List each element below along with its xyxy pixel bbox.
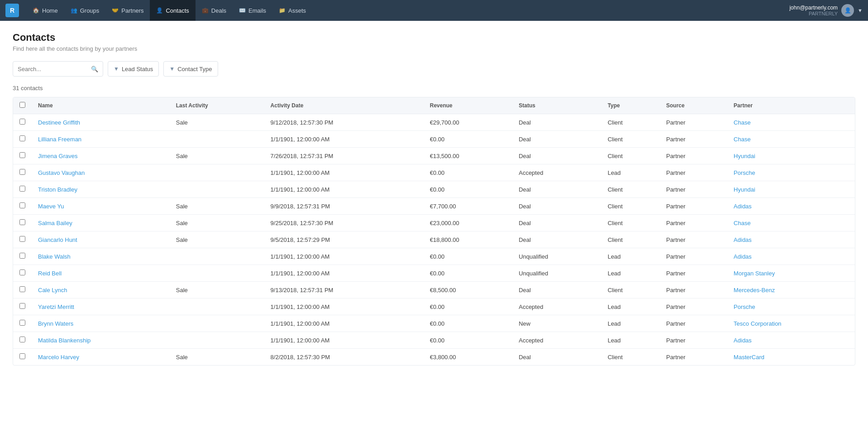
contact-name-link[interactable]: Triston Bradley — [38, 186, 77, 193]
row-checkbox[interactable] — [19, 119, 25, 125]
partner-link[interactable]: Chase — [734, 136, 751, 143]
row-source: Partner — [660, 114, 727, 131]
contact-name-link[interactable]: Destinee Griffith — [38, 119, 80, 126]
contact-name-link[interactable]: Giancarlo Hunt — [38, 236, 77, 243]
contact-type-filter[interactable]: ▼ Contact Type — [163, 61, 218, 77]
contacts-icon: 👤 — [156, 7, 163, 14]
partner-link[interactable]: Morgan Stanley — [734, 270, 775, 277]
table-wrapper[interactable]: Name Last Activity Activity Date Revenue… — [13, 97, 855, 365]
row-revenue: €0.00 — [424, 248, 513, 265]
contact-name-link[interactable]: Jimena Graves — [38, 153, 77, 159]
row-name: Brynn Waters — [32, 315, 170, 332]
row-revenue: €13,500.00 — [424, 148, 513, 164]
row-checkbox[interactable] — [19, 236, 25, 242]
partner-link[interactable]: Chase — [734, 119, 751, 126]
table-row: Salma Bailey Sale 9/25/2018, 12:57:30 PM… — [13, 215, 855, 231]
partner-link[interactable]: Adidas — [734, 236, 752, 243]
col-status: Status — [512, 97, 601, 114]
row-checkbox-cell — [13, 265, 32, 282]
row-checkbox[interactable] — [19, 353, 25, 359]
page-content: Contacts Find here all the contacts brin… — [0, 21, 868, 376]
row-status: Accepted — [512, 332, 601, 349]
avatar[interactable]: 👤 — [841, 4, 854, 17]
partner-link[interactable]: Mercedes-Benz — [734, 287, 775, 294]
partner-link[interactable]: MasterCard — [734, 354, 764, 361]
partner-link[interactable]: Hyundai — [734, 186, 755, 193]
nav-emails[interactable]: ✉️ Emails — [233, 0, 272, 21]
contact-name-link[interactable]: Marcelo Harvey — [38, 354, 79, 361]
nav-groups-label: Groups — [80, 7, 100, 14]
partner-link[interactable]: Adidas — [734, 337, 752, 344]
row-checkbox[interactable] — [19, 202, 25, 208]
row-name: Blake Walsh — [32, 248, 170, 265]
row-partner: Tesco Corporation — [727, 315, 855, 332]
table-row: Matilda Blankenship 1/1/1901, 12:00:00 A… — [13, 332, 855, 349]
contact-name-link[interactable]: Reid Bell — [38, 270, 62, 277]
row-checkbox-cell — [13, 332, 32, 349]
nav-partners-label: Partners — [121, 7, 143, 14]
table-row: Brynn Waters 1/1/1901, 12:00:00 AM €0.00… — [13, 315, 855, 332]
row-checkbox[interactable] — [19, 186, 25, 192]
row-checkbox[interactable] — [19, 303, 25, 309]
row-activity-date: 1/1/1901, 12:00:00 AM — [264, 315, 424, 332]
row-name: Jimena Graves — [32, 148, 170, 164]
contact-name-link[interactable]: Yaretzi Merritt — [38, 303, 74, 310]
nav-groups[interactable]: 👥 Groups — [64, 0, 106, 21]
partner-link[interactable]: Adidas — [734, 253, 752, 260]
search-box[interactable]: 🔍 — [13, 61, 103, 77]
row-partner: Hyundai — [727, 181, 855, 198]
user-email: john@partnerly.com — [789, 5, 838, 11]
contact-name-link[interactable]: Gustavo Vaughan — [38, 169, 85, 176]
row-partner: Adidas — [727, 231, 855, 248]
nav-contacts[interactable]: 👤 Contacts — [150, 0, 195, 21]
home-icon: 🏠 — [33, 7, 39, 14]
row-activity-date: 9/25/2018, 12:57:30 PM — [264, 215, 424, 231]
contact-name-link[interactable]: Lilliana Freeman — [38, 136, 81, 143]
row-checkbox[interactable] — [19, 286, 25, 292]
contact-name-link[interactable]: Blake Walsh — [38, 253, 71, 260]
contact-name-link[interactable]: Cale Lynch — [38, 287, 67, 294]
lead-status-filter[interactable]: ▼ Lead Status — [108, 61, 159, 77]
row-checkbox[interactable] — [19, 169, 25, 175]
nav-assets-label: Assets — [288, 7, 306, 14]
row-activity-date: 9/13/2018, 12:57:31 PM — [264, 282, 424, 298]
row-name: Yaretzi Merritt — [32, 298, 170, 315]
partner-link[interactable]: Porsche — [734, 303, 755, 310]
row-checkbox[interactable] — [19, 219, 25, 225]
select-all-checkbox[interactable] — [19, 102, 25, 108]
row-checkbox[interactable] — [19, 152, 25, 158]
partner-link[interactable]: Tesco Corporation — [734, 320, 782, 327]
contact-type-label: Contact Type — [177, 66, 212, 72]
partner-link[interactable]: Hyundai — [734, 153, 755, 159]
contact-name-link[interactable]: Matilda Blankenship — [38, 337, 91, 344]
row-name: Marcelo Harvey — [32, 349, 170, 366]
partner-link[interactable]: Chase — [734, 220, 751, 226]
row-partner: Adidas — [727, 332, 855, 349]
row-checkbox[interactable] — [19, 320, 25, 326]
row-revenue: €0.00 — [424, 164, 513, 181]
row-last-activity — [170, 131, 264, 148]
row-checkbox[interactable] — [19, 135, 25, 141]
nav-assets[interactable]: 📁 Assets — [272, 0, 312, 21]
row-checkbox-cell — [13, 282, 32, 298]
partner-link[interactable]: Porsche — [734, 169, 755, 176]
row-partner: Porsche — [727, 298, 855, 315]
row-type: Lead — [601, 164, 660, 181]
table-body: Destinee Griffith Sale 9/12/2018, 12:57:… — [13, 114, 855, 366]
row-type: Client — [601, 215, 660, 231]
row-source: Partner — [660, 282, 727, 298]
contact-name-link[interactable]: Salma Bailey — [38, 220, 72, 226]
contact-name-link[interactable]: Maeve Yu — [38, 203, 64, 210]
row-checkbox[interactable] — [19, 253, 25, 259]
table-row: Blake Walsh 1/1/1901, 12:00:00 AM €0.00 … — [13, 248, 855, 265]
row-checkbox[interactable] — [19, 270, 25, 275]
page-subtitle: Find here all the contacts bring by your… — [13, 45, 855, 52]
nav-home[interactable]: 🏠 Home — [26, 0, 64, 21]
user-dropdown-icon[interactable]: ▼ — [858, 8, 863, 13]
nav-deals[interactable]: 💼 Deals — [196, 0, 233, 21]
nav-partners[interactable]: 🤝 Partners — [105, 0, 150, 21]
partner-link[interactable]: Adidas — [734, 203, 752, 210]
row-checkbox[interactable] — [19, 337, 25, 342]
search-input[interactable] — [18, 66, 89, 72]
contact-name-link[interactable]: Brynn Waters — [38, 320, 73, 327]
